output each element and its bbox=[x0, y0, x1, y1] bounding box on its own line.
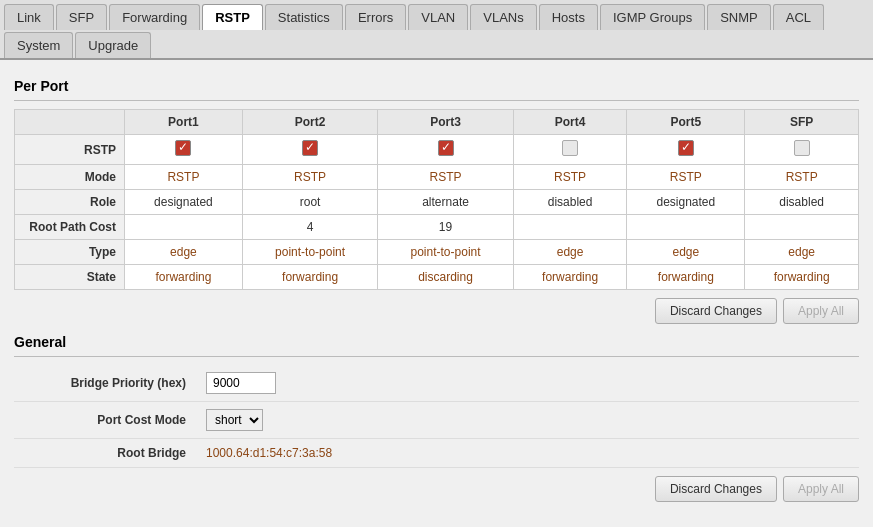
port-cost-mode-cell: shortlong bbox=[194, 402, 859, 439]
bridge-priority-row: Bridge Priority (hex) bbox=[14, 365, 859, 402]
type-port3-cell: point-to-point bbox=[378, 240, 513, 265]
mode-port5-cell: RSTP bbox=[627, 165, 745, 190]
root-bridge-row: Root Bridge 1000.64:d1:54:c7:3a:58 bbox=[14, 439, 859, 468]
col-header-sfp: SFP bbox=[745, 110, 859, 135]
rstp-port4-cell[interactable] bbox=[513, 135, 627, 165]
root-path-cost-port4-cell bbox=[513, 215, 627, 240]
tab-errors[interactable]: Errors bbox=[345, 4, 406, 30]
tab-igmp-groups[interactable]: IGMP Groups bbox=[600, 4, 705, 30]
rstp-port2-cell[interactable] bbox=[242, 135, 377, 165]
per-port-table: Port1Port2Port3Port4Port5SFP RSTPModeRST… bbox=[14, 109, 859, 290]
type-row-label: Type bbox=[15, 240, 125, 265]
rstp-port3-cell[interactable] bbox=[378, 135, 513, 165]
checkbox-checked-icon[interactable] bbox=[438, 140, 454, 156]
state-row-label: State bbox=[15, 265, 125, 290]
tab-sfp[interactable]: SFP bbox=[56, 4, 107, 30]
tab-bar: LinkSFPForwardingRSTPStatisticsErrorsVLA… bbox=[0, 0, 873, 60]
role-port6-cell: disabled bbox=[745, 190, 859, 215]
per-port-section-title: Per Port bbox=[14, 78, 859, 94]
rstp-port6-cell[interactable] bbox=[745, 135, 859, 165]
mode-port6-cell: RSTP bbox=[745, 165, 859, 190]
general-section-title: General bbox=[14, 334, 859, 350]
checkbox-checked-icon[interactable] bbox=[302, 140, 318, 156]
tab-statistics[interactable]: Statistics bbox=[265, 4, 343, 30]
root-path-cost-port6-cell bbox=[745, 215, 859, 240]
per-port-btn-row: Discard Changes Apply All bbox=[14, 298, 859, 324]
content-area: Per Port Port1Port2Port3Port4Port5SFP RS… bbox=[0, 60, 873, 527]
tab-rstp[interactable]: RSTP bbox=[202, 4, 263, 30]
col-header-empty bbox=[15, 110, 125, 135]
tab-snmp[interactable]: SNMP bbox=[707, 4, 771, 30]
rstp-row-label: RSTP bbox=[15, 135, 125, 165]
port-cost-mode-label: Port Cost Mode bbox=[14, 402, 194, 439]
port-cost-mode-row: Port Cost Mode shortlong bbox=[14, 402, 859, 439]
tab-vlans[interactable]: VLANs bbox=[470, 4, 536, 30]
role-port1-cell: designated bbox=[125, 190, 243, 215]
state-port2-cell: forwarding bbox=[242, 265, 377, 290]
bridge-priority-value-cell bbox=[194, 365, 859, 402]
rstp-port5-cell[interactable] bbox=[627, 135, 745, 165]
bridge-priority-input[interactable] bbox=[206, 372, 276, 394]
col-header-port5: Port5 bbox=[627, 110, 745, 135]
per-port-discard-button[interactable]: Discard Changes bbox=[655, 298, 777, 324]
rstp-row: RSTP bbox=[15, 135, 859, 165]
checkbox-unchecked-icon[interactable] bbox=[794, 140, 810, 156]
root-path-cost-row-label: Root Path Cost bbox=[15, 215, 125, 240]
root-bridge-value: 1000.64:d1:54:c7:3a:58 bbox=[206, 446, 332, 460]
tab-system[interactable]: System bbox=[4, 32, 73, 58]
mode-row-label: Mode bbox=[15, 165, 125, 190]
state-port1-cell: forwarding bbox=[125, 265, 243, 290]
type-port2-cell: point-to-point bbox=[242, 240, 377, 265]
state-port4-cell: forwarding bbox=[513, 265, 627, 290]
port-cost-mode-select[interactable]: shortlong bbox=[206, 409, 263, 431]
tab-hosts[interactable]: Hosts bbox=[539, 4, 598, 30]
state-row: Stateforwardingforwardingdiscardingforwa… bbox=[15, 265, 859, 290]
tab-forwarding[interactable]: Forwarding bbox=[109, 4, 200, 30]
type-port4-cell: edge bbox=[513, 240, 627, 265]
state-port6-cell: forwarding bbox=[745, 265, 859, 290]
mode-port3-cell: RSTP bbox=[378, 165, 513, 190]
general-discard-button[interactable]: Discard Changes bbox=[655, 476, 777, 502]
role-row-label: Role bbox=[15, 190, 125, 215]
root-path-cost-port3-cell: 19 bbox=[378, 215, 513, 240]
type-port1-cell: edge bbox=[125, 240, 243, 265]
type-port5-cell: edge bbox=[627, 240, 745, 265]
state-port3-cell: discarding bbox=[378, 265, 513, 290]
mode-port1-cell: RSTP bbox=[125, 165, 243, 190]
tab-acl[interactable]: ACL bbox=[773, 4, 824, 30]
mode-port4-cell: RSTP bbox=[513, 165, 627, 190]
checkbox-checked-icon[interactable] bbox=[175, 140, 191, 156]
col-header-port2: Port2 bbox=[242, 110, 377, 135]
general-table: Bridge Priority (hex) Port Cost Mode sho… bbox=[14, 365, 859, 468]
root-path-cost-port1-cell bbox=[125, 215, 243, 240]
role-port2-cell: root bbox=[242, 190, 377, 215]
general-apply-all-button[interactable]: Apply All bbox=[783, 476, 859, 502]
role-port3-cell: alternate bbox=[378, 190, 513, 215]
checkbox-checked-icon[interactable] bbox=[678, 140, 694, 156]
root-path-cost-port5-cell bbox=[627, 215, 745, 240]
mode-port2-cell: RSTP bbox=[242, 165, 377, 190]
role-port5-cell: designated bbox=[627, 190, 745, 215]
role-port4-cell: disabled bbox=[513, 190, 627, 215]
checkbox-unchecked-icon[interactable] bbox=[562, 140, 578, 156]
tab-upgrade[interactable]: Upgrade bbox=[75, 32, 151, 58]
root-path-cost-port2-cell: 4 bbox=[242, 215, 377, 240]
root-bridge-cell: 1000.64:d1:54:c7:3a:58 bbox=[194, 439, 859, 468]
type-row: Typeedgepoint-to-pointpoint-to-pointedge… bbox=[15, 240, 859, 265]
role-row: Roledesignatedrootalternatedisableddesig… bbox=[15, 190, 859, 215]
root-bridge-label: Root Bridge bbox=[14, 439, 194, 468]
col-header-port3: Port3 bbox=[378, 110, 513, 135]
root-path-cost-row: Root Path Cost419 bbox=[15, 215, 859, 240]
tab-link[interactable]: Link bbox=[4, 4, 54, 30]
tab-vlan[interactable]: VLAN bbox=[408, 4, 468, 30]
per-port-apply-all-button[interactable]: Apply All bbox=[783, 298, 859, 324]
type-port6-cell: edge bbox=[745, 240, 859, 265]
state-port5-cell: forwarding bbox=[627, 265, 745, 290]
mode-row: ModeRSTPRSTPRSTPRSTPRSTPRSTP bbox=[15, 165, 859, 190]
col-header-port1: Port1 bbox=[125, 110, 243, 135]
bridge-priority-label: Bridge Priority (hex) bbox=[14, 365, 194, 402]
rstp-port1-cell[interactable] bbox=[125, 135, 243, 165]
general-btn-row: Discard Changes Apply All bbox=[14, 476, 859, 502]
col-header-port4: Port4 bbox=[513, 110, 627, 135]
